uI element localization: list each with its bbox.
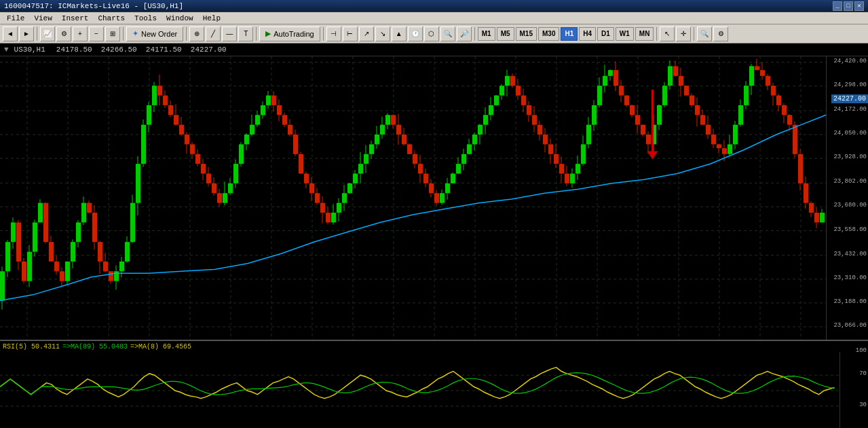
toolbar-zoom-out[interactable]: − xyxy=(89,26,104,41)
rsi-chart-canvas xyxy=(0,352,839,428)
menu-charts[interactable]: Charts xyxy=(94,14,129,23)
sep5 xyxy=(323,27,324,41)
toolbar-zoom[interactable]: 🔍 xyxy=(440,26,455,41)
main-chart-canvas xyxy=(0,56,868,340)
minimize-button[interactable]: _ xyxy=(833,1,842,11)
tf-m5[interactable]: M5 xyxy=(497,27,514,41)
menubar: File View Insert Charts Tools Window Hel… xyxy=(0,12,868,24)
sep8 xyxy=(694,27,694,41)
chart-arrow: ▼ xyxy=(4,46,9,54)
tf-m15[interactable]: M15 xyxy=(516,27,537,41)
toolbar: ◄ ► 📈 ⚙ + − ⊞ ✦ New Order ⊕ ╱ — T ▶ Auto… xyxy=(0,24,868,43)
titlebar: 1600047517: ICMarkets-Live16 - [US30,H1]… xyxy=(0,0,868,12)
close-button[interactable]: ✕ xyxy=(854,1,864,11)
chart-symbol-tf: US30,H1 xyxy=(14,46,45,54)
toolbar-back[interactable]: ◄ xyxy=(3,26,18,41)
toolbar-mag[interactable]: 🔎 xyxy=(457,26,472,41)
toolbar-draw5[interactable]: ▲ xyxy=(392,26,407,41)
menu-window[interactable]: Window xyxy=(162,14,197,23)
chart-container: ▼ US30,H1 24178.50 24266.50 24171.50 242… xyxy=(0,43,868,428)
toolbar-hline[interactable]: — xyxy=(222,26,237,41)
restore-button[interactable]: □ xyxy=(844,1,853,11)
toolbar-settings[interactable]: ⚙ xyxy=(713,26,728,41)
rsi-panel: RSI(5) 50.4311 =>MA(89) 55.0483 =>MA(8) … xyxy=(0,340,868,428)
tf-mn[interactable]: MN xyxy=(635,27,654,41)
chart-infobar: ▼ US30,H1 24178.50 24266.50 24171.50 242… xyxy=(0,43,868,56)
autotrading-icon: ▶ xyxy=(265,29,271,38)
toolbar-zoom-fit[interactable]: ⊞ xyxy=(105,26,120,41)
toolbar-draw4[interactable]: ↘ xyxy=(375,26,390,41)
tf-h1[interactable]: H1 xyxy=(561,27,578,41)
toolbar-text[interactable]: T xyxy=(238,26,253,41)
rsi-ma89-label: =>MA(89) 55.0483 xyxy=(62,343,128,351)
toolbar-draw6[interactable]: 🕐 xyxy=(408,26,423,41)
sep3 xyxy=(186,27,187,41)
toolbar-cursor[interactable]: ↖ xyxy=(660,26,675,41)
toolbar-indicators[interactable]: ⚙ xyxy=(56,26,71,41)
rsi-scale: 1007030 xyxy=(839,352,868,428)
toolbar-crosshair2[interactable]: ✛ xyxy=(676,26,691,41)
tf-m30[interactable]: M30 xyxy=(538,27,559,41)
tf-d1[interactable]: D1 xyxy=(597,27,614,41)
menu-view[interactable]: View xyxy=(30,14,56,23)
toolbar-zoom-in[interactable]: + xyxy=(73,26,88,41)
sep6 xyxy=(474,27,475,41)
toolbar-forward[interactable]: ► xyxy=(19,26,34,41)
new-order-label: New Order xyxy=(141,30,177,38)
titlebar-title: 1600047517: ICMarkets-Live16 - [US30,H1] xyxy=(4,2,183,10)
toolbar-draw1[interactable]: ⊣ xyxy=(326,26,341,41)
autotrading-button[interactable]: ▶ AutoTrading xyxy=(259,26,320,41)
menu-tools[interactable]: Tools xyxy=(130,14,161,23)
titlebar-controls: _ □ ✕ xyxy=(833,1,864,11)
toolbar-draw3[interactable]: ↗ xyxy=(359,26,374,41)
rsi-label: RSI(5) 50.4311 xyxy=(3,343,60,351)
toolbar-draw7[interactable]: ⬡ xyxy=(424,26,439,41)
toolbar-crosshair[interactable]: ⊕ xyxy=(189,26,204,41)
tf-w1[interactable]: W1 xyxy=(616,27,634,41)
toolbar-line[interactable]: ╱ xyxy=(206,26,221,41)
menu-insert[interactable]: Insert xyxy=(58,14,93,23)
sep4 xyxy=(256,27,257,41)
sep2 xyxy=(123,27,124,41)
toolbar-new-chart[interactable]: 📈 xyxy=(40,26,55,41)
sep1 xyxy=(37,27,37,41)
autotrading-label: AutoTrading xyxy=(273,30,314,38)
menu-file[interactable]: File xyxy=(3,14,29,23)
main-chart[interactable]: 24,420.0024,298.0024,172.0024,050.0023,9… xyxy=(0,56,868,340)
new-order-icon: ✦ xyxy=(132,29,138,38)
tf-m1[interactable]: M1 xyxy=(478,27,495,41)
tf-h4[interactable]: H4 xyxy=(579,27,596,41)
sep7 xyxy=(656,27,657,41)
menu-help[interactable]: Help xyxy=(199,14,225,23)
chart-ohlc: 24178.50 24266.50 24171.50 24227.00 xyxy=(56,46,227,54)
rsi-ma8-label: =>MA(8) 69.4565 xyxy=(130,343,191,351)
toolbar-search[interactable]: 🔍 xyxy=(697,26,712,41)
price-scale: 24,420.0024,298.0024,172.0024,050.0023,9… xyxy=(826,56,868,340)
new-order-button[interactable]: ✦ New Order xyxy=(126,26,183,41)
rsi-infobar: RSI(5) 50.4311 =>MA(89) 55.0483 =>MA(8) … xyxy=(0,341,868,352)
toolbar-draw2[interactable]: ⊢ xyxy=(343,26,358,41)
